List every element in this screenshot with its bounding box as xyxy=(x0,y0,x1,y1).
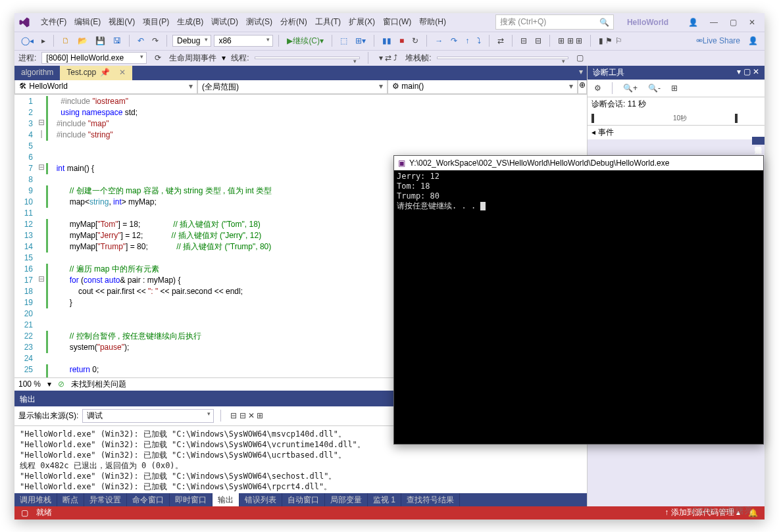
events-label: 事件 xyxy=(598,127,614,138)
undo-button[interactable]: ↶ xyxy=(135,35,147,47)
zoom-level[interactable]: 100 % xyxy=(18,379,41,389)
step-button[interactable]: ⤵ xyxy=(474,35,484,47)
debug-process-bar: 进程: [8060] HelloWorld.exe ⟳ 生命周期事件▾ 线程: … xyxy=(14,50,765,66)
config-dropdown[interactable]: Debug xyxy=(172,35,211,47)
close-button[interactable]: ✕ xyxy=(749,18,755,27)
nav-scope2[interactable]: (全局范围) xyxy=(197,80,388,94)
continue-button[interactable]: ▶ 继续(C) ▾ xyxy=(284,34,326,48)
diag-zoomfit-icon[interactable]: ⊞ xyxy=(668,82,680,94)
tab-algorithm[interactable]: algorithm xyxy=(14,66,60,80)
status-state: 就绪 xyxy=(36,507,52,518)
menu-item[interactable]: 文件(F) xyxy=(37,14,70,29)
menu-item[interactable]: 帮助(H) xyxy=(415,14,450,29)
bottom-tab[interactable]: 输出 xyxy=(213,493,239,506)
menu-item[interactable]: 扩展(X) xyxy=(345,14,379,29)
diag-zoomin-icon[interactable]: 🔍+ xyxy=(620,82,640,94)
no-issues-label: 未找到相关问题 xyxy=(71,379,126,390)
tab-test-cpp[interactable]: Test.cpp📌✕ xyxy=(60,66,132,80)
nav-back-button[interactable]: ◯◂ xyxy=(18,35,36,47)
diag-zoomout-icon[interactable]: 🔍- xyxy=(645,82,663,94)
save-all-button[interactable]: 🖫 xyxy=(111,35,124,47)
platform-dropdown[interactable]: x86 xyxy=(214,35,273,47)
diag-settings-icon[interactable]: ⚙ xyxy=(591,82,604,94)
nav-scope3[interactable]: ⚙ main() xyxy=(388,80,578,94)
bottom-tab[interactable]: 查找符号结果 xyxy=(401,493,460,506)
pause-button[interactable]: ▮▮ xyxy=(380,35,394,47)
tb-icon-1[interactable]: ⬚ xyxy=(338,35,350,47)
new-file-button[interactable]: 🗋 xyxy=(59,35,72,47)
output-tb-1[interactable]: ⊟ ⊟ ✕ ⊞ xyxy=(228,410,266,422)
stackframe-icon[interactable]: ▢ xyxy=(574,52,586,64)
vs-logo-icon xyxy=(18,16,30,28)
minimize-button[interactable]: — xyxy=(710,18,718,27)
menu-item[interactable]: 生成(B) xyxy=(173,14,207,29)
status-bar: ▢ 就绪 ↑ 添加到源代码管理 ▴ 🔔 xyxy=(14,506,765,520)
events-collapse-icon[interactable]: ◂ xyxy=(591,128,595,137)
bottom-tab[interactable]: 调用堆栈 xyxy=(14,493,57,506)
tb-misc-3[interactable]: ⊟ xyxy=(532,35,544,47)
tabs-dropdown-icon[interactable]: ▾ xyxy=(575,66,587,80)
save-button[interactable]: 💾 xyxy=(93,35,108,47)
menu-item[interactable]: 视图(V) xyxy=(105,14,139,29)
vertical-tab[interactable]: 属性计数潜航播诊器 xyxy=(752,137,765,145)
bottom-tab[interactable]: 异常设置 xyxy=(84,493,127,506)
tb-icon-2[interactable]: ⊞▾ xyxy=(353,35,368,47)
redo-button[interactable]: ↷ xyxy=(149,35,161,47)
tb-misc-4[interactable]: ⊞ ⊞ ⊞ xyxy=(555,35,585,47)
tb-misc-1[interactable]: ⇄ xyxy=(495,35,507,47)
nav-fwd-button[interactable]: ▸ xyxy=(39,35,48,47)
search-icon: 🔍 xyxy=(599,18,609,27)
process-dropdown[interactable]: [8060] HelloWorld.exe xyxy=(41,52,147,64)
diag-timeline[interactable]: 10秒 xyxy=(588,111,765,126)
thread-label: 线程: xyxy=(231,53,249,64)
thread-dropdown[interactable] xyxy=(255,57,360,59)
console-window: ▣Y:\002_WorkSpace\002_VS\HelloWorld\Hell… xyxy=(393,155,764,445)
flag-button[interactable]: ▮ ⚑ ⚐ xyxy=(596,35,625,47)
diag-pin-icon[interactable]: ▾ ▢ ✕ xyxy=(737,67,759,78)
menu-item[interactable]: 调试(D) xyxy=(207,14,242,29)
solution-name: HelloWorld xyxy=(614,18,682,27)
step-out-button[interactable]: ↑ xyxy=(463,35,472,47)
diag-title: 诊断工具 xyxy=(593,67,624,78)
menu-item[interactable]: 项目(P) xyxy=(139,14,173,29)
bottom-tab[interactable]: 自动窗口 xyxy=(282,493,325,506)
status-window-icon[interactable]: ▢ xyxy=(21,508,28,518)
maximize-button[interactable]: ▢ xyxy=(730,18,737,27)
tb-misc-2[interactable]: ⊟ xyxy=(518,35,530,47)
bottom-tab[interactable]: 错误列表 xyxy=(239,493,282,506)
thread-nav-button[interactable]: ▾ ⇄ ⤴ xyxy=(376,52,401,64)
lifecycle-icon[interactable]: ⟳ xyxy=(152,52,164,64)
bottom-tab[interactable]: 局部变量 xyxy=(325,493,368,506)
user-icon[interactable]: 👤 xyxy=(682,18,705,27)
pin-icon[interactable]: 📌 xyxy=(100,68,110,77)
stop-button[interactable]: ■ xyxy=(397,35,407,47)
ok-icon: ⊘ xyxy=(58,379,64,389)
nav-scope1[interactable]: 🛠 HelloWorld xyxy=(14,80,197,94)
menu-item[interactable]: 工具(T) xyxy=(311,14,345,29)
stackframe-dropdown[interactable] xyxy=(437,57,568,59)
open-file-button[interactable]: 📂 xyxy=(75,35,90,47)
output-source-dropdown[interactable]: 调试 xyxy=(82,409,214,423)
bottom-tab[interactable]: 断点 xyxy=(57,493,84,506)
diag-session-label: 诊断会话: 11 秒 xyxy=(588,97,765,111)
profile-button[interactable]: 👤 xyxy=(745,35,761,47)
console-body[interactable]: Jerry: 12 Tom: 18 Trump: 80 请按任意键继续. . . xyxy=(394,170,763,444)
step-over-button[interactable]: ↷ xyxy=(448,35,460,47)
lifecycle-label: 生命周期事件 xyxy=(169,53,216,64)
menu-item[interactable]: 窗口(W) xyxy=(379,14,415,29)
menu-item[interactable]: 编辑(E) xyxy=(70,14,105,29)
output-source-label: 显示输出来源(S): xyxy=(18,410,78,422)
bottom-tab[interactable]: 监视 1 xyxy=(368,493,401,506)
split-icon[interactable]: ⊕ xyxy=(578,80,587,94)
bottom-tab[interactable]: 即时窗口 xyxy=(170,493,213,506)
search-input[interactable]: 搜索 (Ctrl+Q)🔍 xyxy=(495,14,614,30)
menu-item[interactable]: 分析(N) xyxy=(276,14,311,29)
menu-item[interactable]: 测试(S) xyxy=(242,14,276,29)
bottom-tab[interactable]: 命令窗口 xyxy=(127,493,170,506)
liveshare-button[interactable]: ⚮ Live Share xyxy=(693,35,743,47)
close-tab-icon[interactable]: ✕ xyxy=(119,68,126,77)
watermark: CSDN @韩曙亮 xyxy=(691,505,753,517)
stackframe-label: 堆栈帧: xyxy=(405,53,431,64)
restart-button[interactable]: ↻ xyxy=(409,35,421,47)
step-into-button[interactable]: → xyxy=(432,35,445,47)
